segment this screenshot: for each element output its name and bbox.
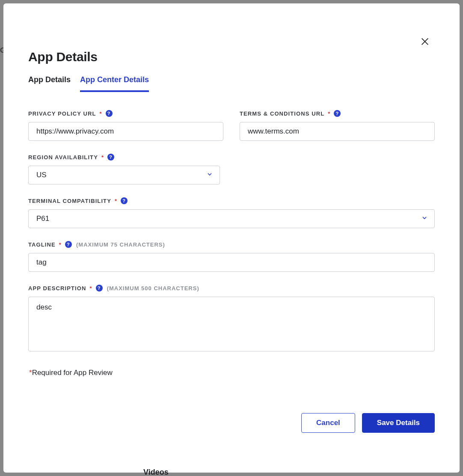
- help-icon[interactable]: ?: [106, 110, 113, 117]
- close-button[interactable]: [419, 36, 430, 47]
- help-icon[interactable]: ?: [107, 154, 114, 161]
- label-text: Tagline: [28, 241, 56, 248]
- field-app-description: App Description * ? (Maximum 500 charact…: [28, 285, 435, 351]
- app-details-modal: App Details App Details App Center Detai…: [3, 3, 460, 473]
- label-text: Terminal Compatibility: [28, 198, 111, 204]
- field-privacy-policy: Privacy Policy URL * ?: [28, 110, 223, 141]
- modal-title: App Details: [28, 50, 435, 64]
- privacy-policy-label: Privacy Policy URL * ?: [28, 110, 223, 117]
- terms-conditions-label: Terms & Conditions URL * ?: [240, 110, 435, 117]
- region-availability-select[interactable]: US: [28, 166, 220, 184]
- app-description-label: App Description * ? (Maximum 500 charact…: [28, 285, 435, 292]
- footnote-text: Required for App Review: [32, 369, 113, 377]
- terms-conditions-input[interactable]: [240, 122, 435, 141]
- label-text: Privacy Policy URL: [28, 110, 96, 117]
- background-videos-heading: Videos: [143, 468, 169, 476]
- tab-app-details[interactable]: App Details: [28, 75, 71, 92]
- terminal-compatibility-select[interactable]: P61: [28, 209, 435, 228]
- required-asterisk: *: [328, 110, 330, 117]
- field-terms-conditions: Terms & Conditions URL * ?: [240, 110, 435, 141]
- required-asterisk: *: [100, 110, 102, 117]
- label-text: App Description: [28, 285, 86, 292]
- save-details-button[interactable]: Save Details: [362, 413, 435, 433]
- required-asterisk: *: [115, 198, 117, 204]
- required-asterisk: *: [89, 285, 92, 292]
- help-icon[interactable]: ?: [334, 110, 341, 117]
- terminal-compatibility-label: Terminal Compatibility * ?: [28, 197, 435, 204]
- privacy-policy-input[interactable]: [28, 122, 223, 141]
- help-icon[interactable]: ?: [121, 197, 128, 204]
- label-text: Terms & Conditions URL: [240, 110, 324, 117]
- tagline-label: Tagline * ? (Maximum 75 characters): [28, 241, 435, 248]
- field-terminal-compatibility: Terminal Compatibility * ? P61: [28, 197, 435, 228]
- help-icon[interactable]: ?: [65, 241, 72, 248]
- required-asterisk: *: [29, 369, 32, 377]
- field-tagline: Tagline * ? (Maximum 75 characters): [28, 241, 435, 272]
- app-description-textarea[interactable]: [28, 297, 435, 351]
- region-availability-label: Region Availability * ?: [28, 154, 220, 161]
- tab-app-center-details[interactable]: App Center Details: [80, 75, 149, 92]
- help-icon[interactable]: ?: [96, 285, 103, 292]
- close-icon: [420, 37, 430, 46]
- required-asterisk: *: [59, 241, 62, 248]
- app-description-hint: (Maximum 500 characters): [107, 285, 199, 292]
- required-asterisk: *: [101, 154, 104, 161]
- modal-actions: Cancel Save Details: [28, 413, 435, 433]
- tabs: App Details App Center Details: [28, 75, 435, 92]
- field-region-availability: Region Availability * ? US: [28, 154, 220, 184]
- tagline-hint: (Maximum 75 characters): [76, 241, 165, 248]
- tagline-input[interactable]: [28, 253, 435, 272]
- cancel-button[interactable]: Cancel: [301, 413, 355, 433]
- required-footnote: *Required for App Review: [28, 369, 435, 377]
- form: Privacy Policy URL * ? Terms & Condition…: [28, 110, 435, 433]
- label-text: Region Availability: [28, 154, 98, 161]
